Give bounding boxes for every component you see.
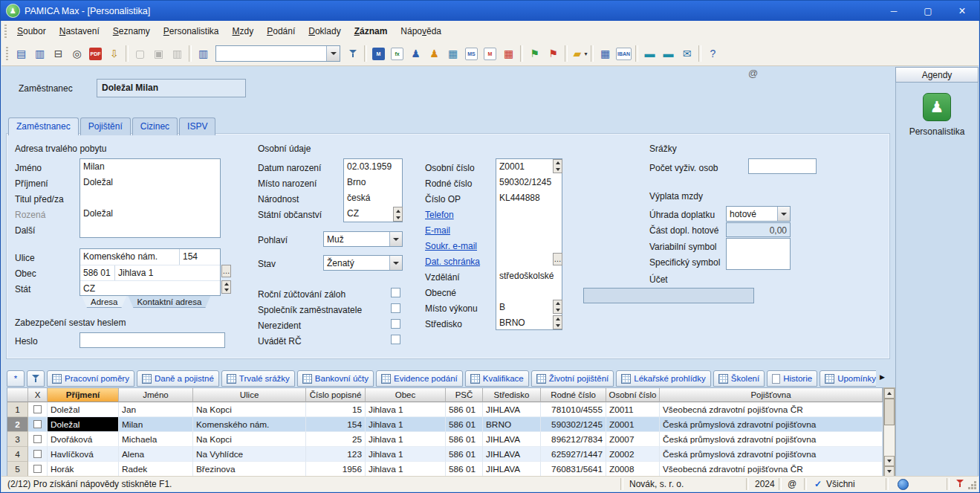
- cell-prijmeni[interactable]: Dvořáková: [48, 432, 119, 447]
- bottom-tab-dane-a-pojistne[interactable]: Daně a pojistné: [137, 370, 219, 387]
- row-checkbox[interactable]: [33, 465, 42, 473]
- cell-osobni-cislo[interactable]: Z0008: [606, 462, 660, 477]
- cell-osobni-cislo[interactable]: Z0002: [606, 447, 660, 462]
- cell-rodne-cislo[interactable]: 896212/7834: [541, 432, 606, 447]
- scroll-down-icon[interactable]: [884, 456, 895, 466]
- jmeno-input[interactable]: Milan: [80, 159, 220, 175]
- cell-ulice[interactable]: Komenského nám.: [193, 417, 306, 432]
- cell-osobni-cislo[interactable]: Z0007: [606, 432, 660, 447]
- rodne-cislo-input[interactable]: 590302/1245: [496, 175, 562, 190]
- combo-dropdown-icon[interactable]: [326, 46, 340, 61]
- cell-pojistovna[interactable]: Všeobecná zdravotní pojišťovna ČR: [660, 462, 883, 477]
- cell-rodne-cislo[interactable]: 781010/4555: [541, 402, 606, 417]
- cell-stredisko[interactable]: BRNO: [483, 417, 541, 432]
- row-checkbox[interactable]: [33, 420, 42, 428]
- grid-blue-icon[interactable]: ▦: [444, 45, 462, 63]
- cell-cislo-popisne[interactable]: 123: [306, 447, 366, 462]
- osobni-cislo-spinner[interactable]: [553, 159, 562, 173]
- cell-cislo-popisne[interactable]: 25: [306, 432, 366, 447]
- stav-dropdown-icon[interactable]: [389, 256, 402, 270]
- bottom-tab-kvalifikace[interactable]: Kvalifikace: [465, 370, 529, 387]
- cell-x[interactable]: [28, 432, 48, 447]
- cell-psc[interactable]: 586 01: [446, 402, 483, 417]
- cell-prijmeni[interactable]: Doležal: [48, 402, 119, 417]
- checkbox-uvadet-rc[interactable]: [391, 335, 400, 344]
- checkbox-rocni-zuctovani-zaloh[interactable]: [391, 288, 400, 297]
- checkbox-nerezident[interactable]: [391, 319, 400, 329]
- misto-narozeni-input[interactable]: Brno: [344, 175, 402, 190]
- quick-filter-icon[interactable]: [343, 45, 362, 63]
- cell-ulice[interactable]: Na Vyhlídce: [193, 447, 306, 462]
- tab-zamestnanec[interactable]: Zaměstnanec: [8, 117, 79, 135]
- iban-icon[interactable]: IBAN: [614, 45, 633, 63]
- misto-vykonu-input[interactable]: B: [496, 300, 562, 315]
- column-header-rodne-cislo[interactable]: Rodné číslo: [541, 388, 606, 402]
- cell-jmeno[interactable]: Radek: [119, 462, 193, 477]
- fx-icon[interactable]: fx: [388, 45, 406, 63]
- cell-psc[interactable]: 586 01: [446, 417, 483, 432]
- status-company[interactable]: Novák, s. r. o.: [629, 479, 684, 489]
- menu-soubor[interactable]: Soubor: [10, 23, 53, 39]
- cell-cislo-popisne[interactable]: 154: [306, 417, 366, 432]
- star-tab[interactable]: *: [7, 370, 25, 387]
- export-icon[interactable]: ⇩: [105, 45, 123, 63]
- table-row[interactable]: 1DoležalJanNa Kopci15Jihlava 1586 01JIHL…: [7, 402, 883, 417]
- column-header-jmeno[interactable]: Jméno: [119, 388, 193, 402]
- tab-cizinec[interactable]: Cizinec: [132, 117, 178, 135]
- scroll-up-icon[interactable]: [884, 388, 895, 399]
- cell-x[interactable]: [28, 402, 48, 417]
- cell-prijmeni[interactable]: Horák: [48, 462, 119, 477]
- cell-jmeno[interactable]: Milan: [119, 417, 193, 432]
- cell-prijmeni[interactable]: Doležal: [48, 417, 119, 432]
- close-button[interactable]: ×: [945, 1, 979, 21]
- status-filter-icon[interactable]: [955, 479, 964, 488]
- cell-stredisko[interactable]: JIHLAVA: [483, 462, 541, 477]
- soukr-email-link[interactable]: Soukr. e-mail: [425, 241, 477, 251]
- dalsi-input[interactable]: [80, 222, 220, 237]
- cell-rodne-cislo[interactable]: 760831/5641: [541, 462, 606, 477]
- scroll-end-icon[interactable]: [884, 466, 895, 477]
- soukr-email-input[interactable]: [496, 237, 562, 253]
- table-row[interactable]: 2DoležalMilanKomenského nám.154Jihlava 1…: [7, 417, 883, 432]
- screen-blue-icon[interactable]: ▬: [640, 45, 659, 63]
- filter-tab[interactable]: [27, 370, 45, 387]
- ms-icon[interactable]: MS: [462, 45, 481, 63]
- cell-ulice[interactable]: Na Kopci: [193, 402, 306, 417]
- cell-x[interactable]: [28, 447, 48, 462]
- cell-obec[interactable]: Jihlava 1: [366, 447, 446, 462]
- menu-zaznam[interactable]: Záznam: [348, 23, 395, 39]
- table-row[interactable]: 5HorákRadekBřezinova1956Jihlava 1586 01J…: [7, 462, 883, 477]
- bottom-tab-bankovni-ucty[interactable]: Bankovní účty: [297, 370, 374, 387]
- specsym-input[interactable]: [727, 254, 790, 270]
- table-row[interactable]: 4HavlíčkováAlenaNa Vyhlídce123Jihlava 15…: [7, 447, 883, 462]
- titul-input[interactable]: [80, 190, 220, 206]
- subtab-kontaktni-adresa[interactable]: Kontaktní adresa: [128, 296, 210, 308]
- scrollbar-thumb[interactable]: [884, 399, 895, 425]
- column-header-psc[interactable]: PSČ: [446, 388, 483, 402]
- uhrada-dropdown-icon[interactable]: [777, 207, 790, 221]
- menu-podani[interactable]: Podání: [260, 23, 302, 39]
- cell-x[interactable]: [28, 462, 48, 477]
- resize-grip[interactable]: [974, 487, 976, 489]
- pohlavi-select[interactable]: Muž: [323, 231, 403, 247]
- cell-cislo-popisne[interactable]: 1956: [306, 462, 366, 477]
- cell-psc[interactable]: 586 01: [446, 432, 483, 447]
- cell-ulice[interactable]: Březinova: [193, 462, 306, 477]
- minimize-button[interactable]: ─: [877, 1, 911, 21]
- copy-record-icon[interactable]: ▥: [30, 45, 49, 63]
- stredisko-spinner[interactable]: [553, 315, 562, 329]
- open-agenda-icon[interactable]: ▰▾: [570, 45, 588, 63]
- flag-green-icon[interactable]: ⚑: [525, 45, 544, 63]
- cell-pojistovna[interactable]: Česká průmyslová zdravotní pojišťovna: [660, 432, 883, 447]
- screen-teal-icon[interactable]: ▬: [659, 45, 678, 63]
- rozena-input[interactable]: Doležal: [80, 206, 220, 222]
- row-checkbox[interactable]: [33, 435, 42, 443]
- copy-icon[interactable]: ▥: [194, 45, 212, 63]
- menu-doklady[interactable]: Doklady: [302, 23, 347, 39]
- status-filter[interactable]: Všichni: [826, 479, 855, 489]
- cell-jmeno[interactable]: Michaela: [119, 432, 193, 447]
- menu-nastaveni[interactable]: Nastavení: [53, 23, 106, 39]
- row-checkbox[interactable]: [33, 450, 42, 458]
- column-header-osobni-cislo[interactable]: Osobní číslo: [606, 388, 660, 402]
- cell-rodne-cislo[interactable]: 625927/1447: [541, 447, 606, 462]
